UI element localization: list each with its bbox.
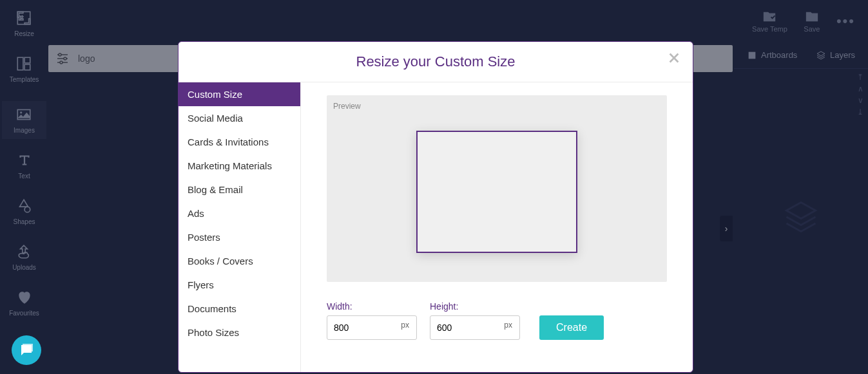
modal-title: Resize your Custom Size <box>356 53 516 70</box>
width-unit: px <box>401 321 409 330</box>
modal-header: Resize your Custom Size <box>178 42 693 82</box>
preview-label: Preview <box>333 102 361 111</box>
height-unit: px <box>504 321 512 330</box>
size-row: Width: px Height: px Create <box>327 301 667 340</box>
width-group: Width: px <box>327 301 417 340</box>
preview-canvas <box>416 131 577 253</box>
category-item[interactable]: Custom Size <box>178 82 300 106</box>
category-item[interactable]: Ads <box>178 201 300 225</box>
resize-modal: Resize your Custom Size Custom SizeSocia… <box>178 41 693 373</box>
category-item[interactable]: Books / Covers <box>178 249 300 273</box>
category-item[interactable]: Cards & Invitations <box>178 130 300 154</box>
category-item[interactable]: Posters <box>178 225 300 249</box>
close-icon <box>667 51 681 65</box>
preview-box: Preview <box>327 95 667 282</box>
height-group: Height: px <box>430 301 520 340</box>
chat-icon <box>19 342 34 358</box>
category-list[interactable]: Custom SizeSocial MediaCards & Invitatio… <box>178 82 301 372</box>
category-item[interactable]: Social Media <box>178 106 300 130</box>
width-label: Width: <box>327 301 417 312</box>
category-item[interactable]: Blog & Email <box>178 178 300 201</box>
category-item[interactable]: Flyers <box>178 273 300 297</box>
modal-body: Custom SizeSocial MediaCards & Invitatio… <box>178 82 693 372</box>
modal-close-button[interactable] <box>667 51 681 69</box>
category-item[interactable]: Documents <box>178 297 300 321</box>
category-item[interactable]: Photo Sizes <box>178 321 300 344</box>
height-label: Height: <box>430 301 520 312</box>
chat-button[interactable] <box>12 335 41 365</box>
create-button[interactable]: Create <box>539 315 604 340</box>
modal-main-area: Preview Width: px Height: px <box>301 82 693 372</box>
category-item[interactable]: Marketing Materials <box>178 154 300 178</box>
